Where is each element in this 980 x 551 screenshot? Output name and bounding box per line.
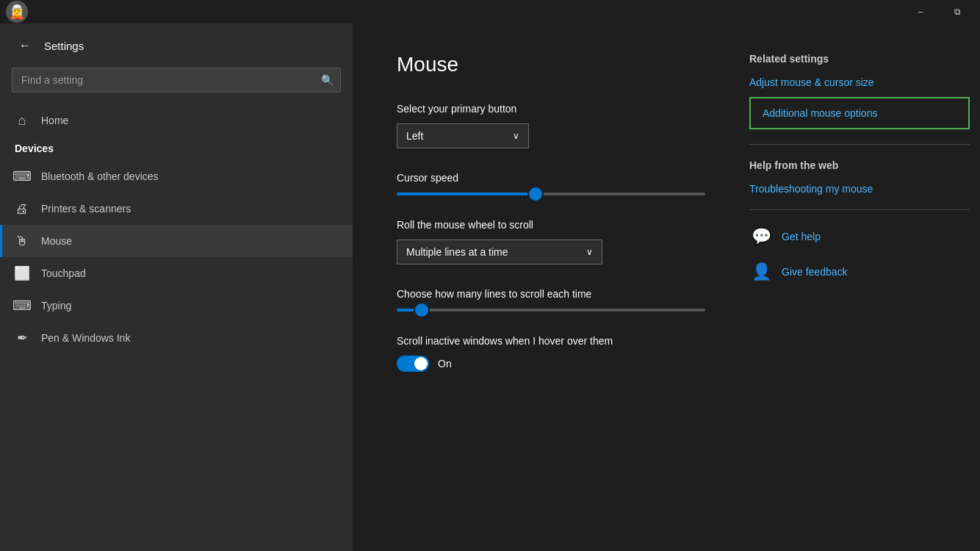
- primary-button-dropdown[interactable]: Left ∨: [397, 123, 529, 148]
- printers-icon: 🖨: [15, 201, 29, 216]
- app-body: ← Settings 🔍 ⌂ Home Devices ⌨ Bluetooth …: [0, 24, 980, 551]
- titlebar-controls: – ⧉: [904, 0, 974, 24]
- scroll-wheel-value: Multiple lines at a time: [406, 246, 580, 258]
- titlebar-left: 🧝: [6, 1, 28, 23]
- scroll-inactive-toggle[interactable]: [397, 356, 429, 372]
- typing-icon: ⌨: [15, 298, 29, 313]
- related-panel: Related settings Adjust mouse & cursor s…: [749, 53, 970, 522]
- sidebar-item-printers[interactable]: 🖨 Printers & scanners: [0, 192, 353, 225]
- cursor-speed-track: [397, 192, 705, 195]
- give-feedback-icon: 👤: [749, 260, 773, 284]
- scroll-wheel-section: Roll the mouse wheel to scroll Multiple …: [397, 219, 705, 264]
- get-help-item[interactable]: 💬 Get help: [749, 225, 970, 248]
- primary-button-section: Select your primary button Left ∨: [397, 103, 705, 148]
- sidebar-item-touchpad[interactable]: ⬜ Touchpad: [0, 257, 353, 289]
- scroll-wheel-arrow-icon: ∨: [586, 247, 593, 257]
- sidebar-item-label-printers: Printers & scanners: [41, 203, 131, 215]
- home-icon: ⌂: [15, 113, 29, 128]
- primary-button-label: Select your primary button: [397, 103, 705, 115]
- get-help-link[interactable]: Get help: [782, 231, 821, 242]
- cursor-speed-label: Cursor speed: [397, 172, 705, 184]
- sidebar-title: Settings: [44, 40, 84, 52]
- troubleshooting-link[interactable]: Troubleshooting my mouse: [749, 183, 970, 195]
- search-icon: 🔍: [321, 74, 334, 86]
- titlebar: 🧝 – ⧉: [0, 0, 980, 24]
- mouse-icon: 🖱: [15, 234, 29, 248]
- scroll-inactive-section: Scroll inactive windows when I hover ove…: [397, 335, 705, 372]
- minimize-button[interactable]: –: [904, 0, 937, 24]
- restore-button[interactable]: ⧉: [940, 0, 974, 24]
- cursor-speed-section: Cursor speed: [397, 172, 705, 195]
- scroll-lines-label: Choose how many lines to scroll each tim…: [397, 288, 705, 300]
- avatar: 🧝: [6, 1, 28, 23]
- scroll-inactive-toggle-row: On: [397, 356, 705, 372]
- sidebar-item-label-pen: Pen & Windows Ink: [41, 332, 130, 344]
- scroll-wheel-label: Roll the mouse wheel to scroll: [397, 219, 705, 231]
- related-divider-2: [749, 209, 970, 210]
- sidebar-item-label-touchpad: Touchpad: [41, 267, 86, 279]
- adjust-cursor-link[interactable]: Adjust mouse & cursor size: [749, 76, 970, 88]
- cursor-speed-thumb[interactable]: [529, 187, 542, 201]
- cursor-speed-fill: [397, 192, 536, 195]
- sidebar-item-label-typing: Typing: [41, 300, 71, 311]
- sidebar-item-typing[interactable]: ⌨ Typing: [0, 289, 353, 322]
- page-title: Mouse: [397, 53, 705, 76]
- back-button[interactable]: ←: [15, 35, 35, 56]
- scroll-lines-slider[interactable]: [397, 309, 705, 311]
- additional-options-link[interactable]: Additional mouse options: [749, 97, 970, 129]
- primary-button-arrow-icon: ∨: [513, 131, 519, 141]
- sidebar-section-label: Devices: [0, 137, 353, 160]
- sidebar-item-pen[interactable]: ✒ Pen & Windows Ink: [0, 322, 353, 354]
- get-help-icon: 💬: [749, 225, 773, 248]
- main-content: Mouse Select your primary button Left ∨ …: [353, 24, 980, 551]
- sidebar-item-label-bluetooth: Bluetooth & other devices: [41, 170, 159, 182]
- touchpad-icon: ⬜: [15, 266, 29, 281]
- sidebar: ← Settings 🔍 ⌂ Home Devices ⌨ Bluetooth …: [0, 24, 353, 551]
- scroll-lines-thumb[interactable]: [415, 303, 428, 317]
- scroll-lines-track: [397, 309, 705, 311]
- give-feedback-item[interactable]: 👤 Give feedback: [749, 260, 970, 284]
- sidebar-item-home[interactable]: ⌂ Home: [0, 104, 353, 137]
- related-divider: [749, 144, 970, 145]
- related-settings-title: Related settings: [749, 53, 970, 65]
- scroll-lines-section: Choose how many lines to scroll each tim…: [397, 288, 705, 311]
- scroll-wheel-dropdown[interactable]: Multiple lines at a time ∨: [397, 240, 602, 264]
- toggle-thumb: [414, 357, 428, 370]
- search-input[interactable]: [12, 68, 341, 93]
- sidebar-item-label-mouse: Mouse: [41, 235, 72, 247]
- scroll-inactive-value: On: [438, 358, 452, 370]
- sidebar-item-mouse[interactable]: 🖱 Mouse: [0, 225, 353, 257]
- scroll-inactive-label: Scroll inactive windows when I hover ove…: [397, 335, 705, 347]
- bluetooth-icon: ⌨: [15, 169, 29, 184]
- cursor-speed-slider[interactable]: [397, 192, 705, 195]
- sidebar-header: ← Settings: [0, 24, 353, 68]
- pen-icon: ✒: [15, 331, 29, 345]
- content-area: Mouse Select your primary button Left ∨ …: [397, 53, 705, 522]
- help-section-title: Help from the web: [749, 159, 970, 171]
- give-feedback-link[interactable]: Give feedback: [782, 266, 848, 278]
- search-box: 🔍: [12, 68, 341, 93]
- primary-button-value: Left: [406, 130, 507, 142]
- sidebar-item-bluetooth[interactable]: ⌨ Bluetooth & other devices: [0, 160, 353, 192]
- sidebar-item-label: Home: [41, 115, 68, 126]
